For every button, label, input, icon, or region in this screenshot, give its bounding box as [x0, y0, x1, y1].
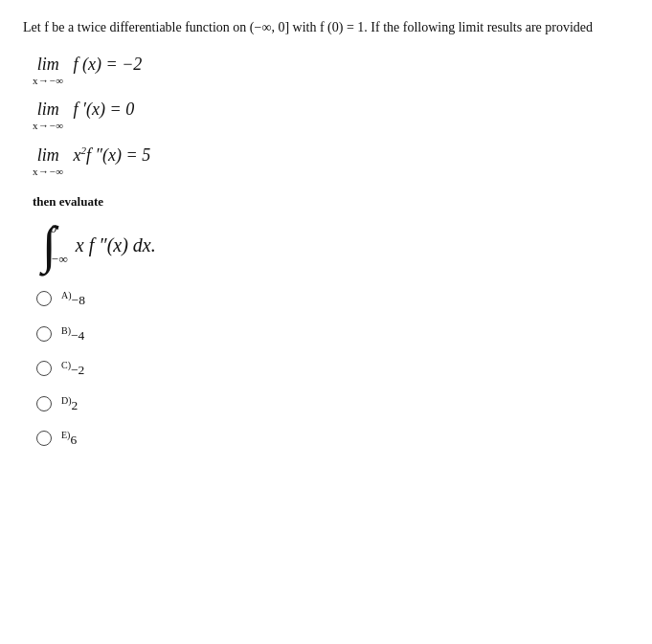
limit-1-lim-sub: x→−∞ — [33, 75, 64, 86]
limit-1-lim: lim x→−∞ — [33, 55, 64, 86]
limit-2-lim-word: lim — [37, 100, 59, 120]
choice-D-label: D)2 — [61, 395, 78, 413]
choice-B-label: B)−4 — [61, 325, 84, 344]
limit-2-lim-sub: x→−∞ — [33, 120, 64, 131]
header-text: Let f be a twice differentiable function… — [23, 17, 629, 37]
limit-2-block: lim x→−∞ f ′(x) = 0 — [23, 100, 629, 131]
integral-limits: 0 −∞ — [51, 219, 68, 269]
limit-1-block: lim x→−∞ f (x) = −2 — [23, 55, 629, 86]
radio-D[interactable] — [36, 396, 52, 411]
limit-3-block: lim x→−∞ x2f ″(x) = 5 — [23, 144, 629, 177]
limit-3-expr: x2f ″(x) = 5 — [74, 144, 151, 166]
radio-C[interactable] — [36, 361, 52, 376]
radio-B[interactable] — [36, 326, 52, 342]
choice-E-label: E)6 — [61, 430, 77, 448]
choice-B[interactable]: B)−4 — [36, 325, 629, 344]
choice-C-label: C)−2 — [61, 360, 84, 378]
then-evaluate-label: then evaluate — [33, 194, 629, 210]
integral-upper: 0 — [51, 221, 57, 236]
choice-D[interactable]: D)2 — [36, 395, 629, 413]
radio-E[interactable] — [36, 431, 52, 446]
choice-A-label: A)−8 — [61, 290, 85, 308]
limit-3-lim-word: lim — [37, 145, 59, 166]
choice-E[interactable]: E)6 — [36, 430, 629, 448]
integral-integrand: x f ″(x) dx. — [76, 234, 156, 256]
radio-A[interactable] — [36, 291, 52, 306]
limit-1-expr: f (x) = −2 — [74, 55, 143, 75]
limit-2-expr: f ′(x) = 0 — [74, 100, 135, 120]
integral-block: ∫ 0 −∞ x f ″(x) dx. — [42, 219, 629, 271]
limit-3-lim-sub: x→−∞ — [33, 166, 64, 177]
limit-3-lim: lim x→−∞ — [33, 145, 64, 177]
integral-lower: −∞ — [51, 252, 68, 267]
choice-A[interactable]: A)−8 — [36, 290, 629, 308]
limit-1-lim-word: lim — [37, 55, 59, 75]
limit-2-lim: lim x→−∞ — [33, 100, 64, 131]
choice-C[interactable]: C)−2 — [36, 360, 629, 378]
answer-choices: A)−8 B)−4 C)−2 D)2 E)6 — [23, 290, 629, 448]
